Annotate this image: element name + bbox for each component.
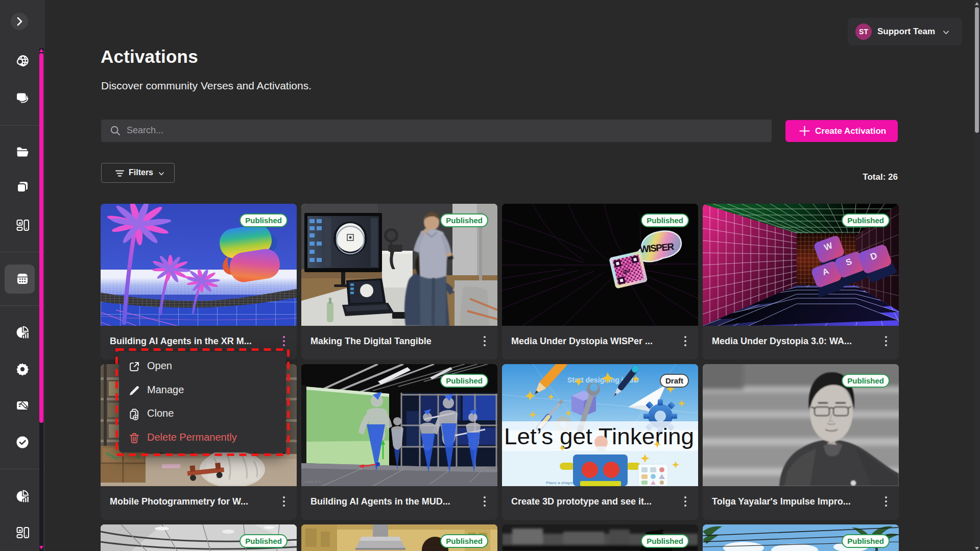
svg-text:mocap v2.3: mocap v2.3 [304,480,321,483]
svg-text:Place a shape: Place a shape [546,481,573,485]
